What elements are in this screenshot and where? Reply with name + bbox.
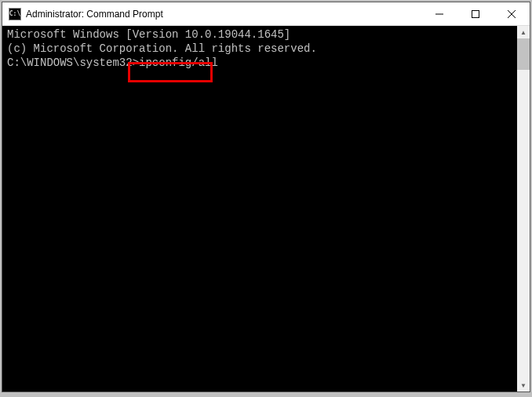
svg-rect-1 [472,11,479,18]
vertical-scrollbar[interactable]: ▲ ▼ [517,26,530,392]
terminal-prompt-line: C:\WINDOWS\system32>ipconfig/all [7,56,525,70]
command-prompt-window: C:\ Administrator: Command Prompt Micros… [2,2,530,392]
close-button[interactable] [494,2,530,26]
cmd-icon: C:\ [9,8,21,20]
terminal-output[interactable]: Microsoft Windows [Version 10.0.19044.16… [2,26,530,392]
window-title: Administrator: Command Prompt [26,9,421,20]
titlebar: C:\ Administrator: Command Prompt [2,2,530,26]
minimize-button[interactable] [421,2,457,26]
maximize-button[interactable] [457,2,494,26]
prompt-path: C:\WINDOWS\system32> [7,56,139,69]
scroll-down-arrow-icon[interactable]: ▼ [517,379,530,392]
typed-command: ipconfig/all [139,56,218,69]
scroll-track[interactable] [517,38,530,379]
terminal-line: Microsoft Windows [Version 10.0.19044.16… [7,27,525,42]
scroll-up-arrow-icon[interactable]: ▲ [517,26,530,38]
window-controls [421,2,530,25]
terminal-line: (c) Microsoft Corporation. All rights re… [7,42,525,56]
scroll-thumb[interactable] [517,38,530,70]
